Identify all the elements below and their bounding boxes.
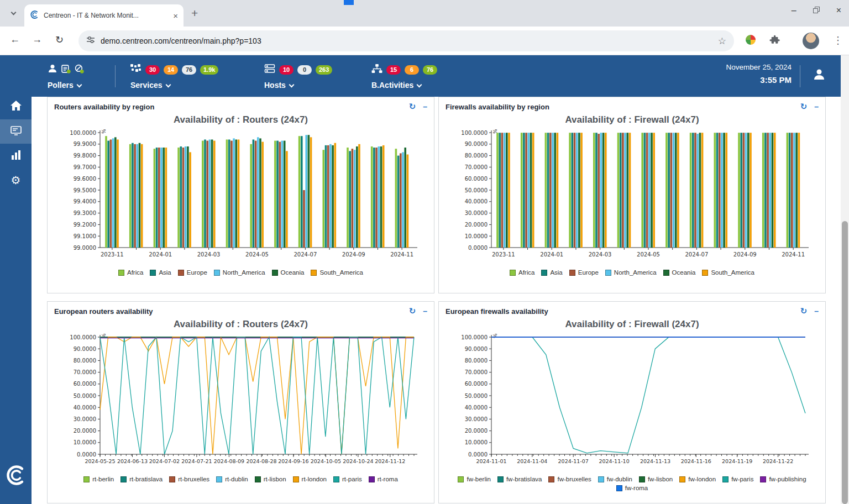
legend-item[interactable]: fw-berlin <box>458 476 490 482</box>
svg-text:99.7000: 99.7000 <box>74 164 96 170</box>
hosts-down-badge[interactable]: 10 <box>279 65 294 75</box>
legend-item[interactable]: South_America <box>311 269 363 276</box>
services-unknown-badge[interactable]: 76 <box>182 65 196 75</box>
extensions-puzzle-icon[interactable] <box>769 34 780 48</box>
legend-item[interactable]: fw-bruxelles <box>548 476 591 482</box>
svg-text:10.0000: 10.0000 <box>465 439 488 445</box>
services-warning-badge[interactable]: 14 <box>164 65 178 75</box>
refresh-icon[interactable]: ↻ <box>409 306 416 316</box>
legend-swatch <box>702 270 708 276</box>
forward-button[interactable]: → <box>32 34 42 45</box>
legend-item[interactable]: Africa <box>510 269 534 276</box>
collapse-icon[interactable]: – <box>814 307 819 316</box>
legend-item[interactable]: North_America <box>214 269 265 276</box>
legend-item[interactable]: Oceania <box>272 269 305 276</box>
bactivities-label: B.Activities <box>371 81 413 90</box>
legend-item[interactable]: rt-bruxelles <box>169 476 209 482</box>
svg-text:10.0000: 10.0000 <box>465 233 488 239</box>
browser-toolbar: ← → ↻ demo.centreon.com/centreon/main.ph… <box>0 27 849 55</box>
chevron-down-icon <box>165 82 171 87</box>
legend-item[interactable]: Asia <box>150 269 171 276</box>
tab-search-button[interactable] <box>6 6 21 21</box>
window-close-button[interactable]: × <box>836 6 841 15</box>
svg-text:100.0000: 100.0000 <box>70 334 96 340</box>
legend-item[interactable]: rt-london <box>293 476 327 482</box>
legend-item[interactable]: fw-publishing <box>760 476 806 482</box>
refresh-icon[interactable]: ↻ <box>800 102 808 112</box>
legend-item[interactable]: fw-dublin <box>598 476 632 482</box>
ba-critical-badge[interactable]: 15 <box>386 65 401 75</box>
legend-item[interactable]: South_America <box>702 269 754 276</box>
hosts-label: Hosts <box>264 81 286 90</box>
legend-item[interactable]: fw-roma <box>616 485 648 491</box>
legend-item[interactable]: fw-london <box>679 476 716 482</box>
ba-warning-badge[interactable]: 6 <box>405 65 419 75</box>
legend-item[interactable]: Europe <box>569 269 599 276</box>
page-scrollbar[interactable] <box>841 55 849 504</box>
engine-status-icon <box>75 64 84 76</box>
legend-item[interactable]: Asia <box>541 269 562 276</box>
legend-item[interactable]: rt-paris <box>333 476 362 482</box>
legend-item[interactable]: rt-dublin <box>216 476 248 482</box>
nav-services[interactable]: 30 14 76 1.9k Services <box>130 64 218 90</box>
panel-title: European routers availability <box>54 307 153 316</box>
legend-item[interactable]: fw-lisbon <box>639 476 673 482</box>
collapse-icon[interactable]: – <box>423 102 427 111</box>
svg-text:2024-11-01: 2024-11-01 <box>476 458 506 464</box>
sidebar-item-monitoring[interactable] <box>0 119 32 144</box>
legend-item[interactable]: rt-bratislava <box>120 476 163 482</box>
legend-item[interactable]: fw-paris <box>722 476 753 482</box>
legend-item[interactable]: Europe <box>178 269 207 276</box>
legend-item[interactable]: rt-lisbon <box>255 476 286 482</box>
legend-swatch <box>272 270 278 276</box>
refresh-icon[interactable]: ↻ <box>800 306 808 316</box>
legend-item[interactable]: Oceania <box>663 269 696 276</box>
reload-button[interactable]: ↻ <box>55 34 64 46</box>
legend-item[interactable]: rt-berlin <box>83 476 114 482</box>
browser-tab[interactable]: Centreon - IT & Network Monit... × <box>24 4 184 27</box>
nav-bactivities[interactable]: 15 6 76 B.Activities <box>371 64 437 90</box>
hosts-unreachable-badge[interactable]: 0 <box>297 65 312 75</box>
new-tab-button[interactable]: + <box>191 7 198 20</box>
extension-icon[interactable] <box>745 34 756 48</box>
legend-swatch <box>605 270 611 276</box>
legend-item[interactable]: fw-bratislava <box>497 476 542 482</box>
window-minimize-button[interactable]: – <box>792 6 796 15</box>
site-info-icon[interactable] <box>86 35 95 46</box>
window-restore-button[interactable] <box>813 6 820 15</box>
tab-close-icon[interactable]: × <box>173 11 178 20</box>
svg-text:2024-11: 2024-11 <box>782 251 805 258</box>
svg-text:2024-05-25: 2024-05-25 <box>85 458 115 464</box>
refresh-icon[interactable]: ↻ <box>409 102 416 112</box>
ba-ok-badge[interactable]: 76 <box>423 65 437 75</box>
user-menu-icon[interactable] <box>813 67 826 83</box>
scrollbar-thumb[interactable] <box>842 221 848 504</box>
sidebar-item-configuration[interactable]: ⚙ <box>0 168 32 192</box>
legend-item[interactable]: Africa <box>118 269 143 276</box>
legend-item[interactable]: rt-roma <box>369 476 398 482</box>
services-ok-badge[interactable]: 1.9k <box>200 65 218 75</box>
svg-text:2024-09: 2024-09 <box>733 251 757 258</box>
legend-swatch <box>333 476 339 482</box>
sidebar-item-home[interactable] <box>0 95 32 119</box>
monitoring-icon <box>11 125 22 138</box>
nav-hosts[interactable]: 10 0 263 Hosts <box>264 64 332 90</box>
profile-avatar[interactable] <box>803 33 819 49</box>
legend-swatch <box>639 476 645 482</box>
chart-legend: fw-berlinfw-bratislavafw-bruxellesfw-dub… <box>439 476 825 491</box>
collapse-icon[interactable]: – <box>423 307 427 316</box>
legend-item[interactable]: North_America <box>605 269 657 276</box>
sidebar-item-reporting[interactable] <box>0 144 32 168</box>
browser-menu-icon[interactable]: ⋮ <box>833 34 843 46</box>
legend-swatch <box>510 270 516 276</box>
nav-pollers[interactable]: Pollers <box>48 64 84 90</box>
omnibox[interactable]: demo.centreon.com/centreon/main.php?p=10… <box>78 30 734 51</box>
svg-text:2024-11-12: 2024-11-12 <box>375 458 405 464</box>
hosts-up-badge[interactable]: 263 <box>316 65 332 75</box>
collapse-icon[interactable]: – <box>814 102 819 111</box>
app-header: Pollers 30 14 76 1.9k Services 10 0 263 … <box>0 55 849 97</box>
services-critical-badge[interactable]: 30 <box>145 65 160 75</box>
back-button[interactable]: ← <box>10 34 20 45</box>
svg-text:0.0000: 0.0000 <box>468 452 488 458</box>
bookmark-star-icon[interactable]: ☆ <box>718 35 726 47</box>
